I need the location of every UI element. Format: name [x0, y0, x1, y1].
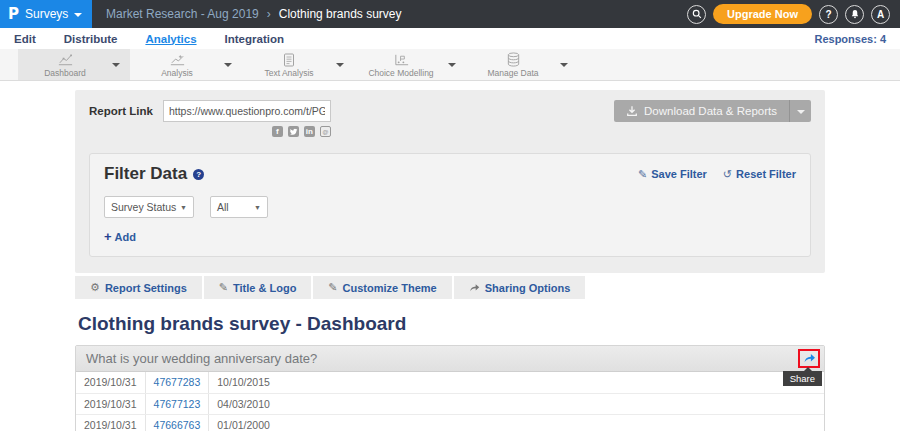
response-id-link[interactable]: 47677283 — [154, 376, 201, 388]
download-options-caret[interactable] — [789, 100, 811, 122]
download-icon — [626, 105, 638, 117]
tab-title-logo[interactable]: ✎ Title & Logo — [204, 276, 312, 299]
social-share-row: f in @ — [163, 126, 331, 137]
save-filter-label: Save Filter — [651, 168, 707, 180]
share-button[interactable] — [798, 349, 820, 368]
chevron-down-icon[interactable] — [560, 63, 568, 67]
facebook-icon[interactable]: f — [272, 126, 283, 137]
analytics-toolbar: Dashboard Analysis Text Analysis Choice … — [0, 49, 900, 81]
help-button[interactable]: ? — [819, 5, 838, 24]
tab-label: Customize Theme — [343, 282, 437, 294]
tab-label: Sharing Options — [485, 282, 571, 294]
reset-arrow-icon: ↺ — [723, 168, 732, 181]
question-panel: What is your wedding anniversary date? S… — [75, 345, 825, 431]
share-arrow-icon — [803, 353, 816, 364]
response-date-cell: 2019/10/31 — [76, 372, 145, 393]
settings-tabs: ⚙ Report Settings ✎ Title & Logo ✎ Custo… — [75, 276, 825, 299]
embed-icon[interactable]: @ — [320, 126, 331, 137]
chevron-down-icon[interactable] — [224, 63, 232, 67]
breadcrumb-parent[interactable]: Market Research - Aug 2019 — [106, 7, 259, 21]
linkedin-icon[interactable]: in — [304, 126, 315, 137]
save-filter-link[interactable]: ✎ Save Filter — [638, 168, 707, 181]
response-id-link[interactable]: 47666763 — [154, 419, 201, 431]
response-date-cell: 2019/10/31 — [76, 414, 145, 431]
download-data-reports-button[interactable]: Download Data & Reports — [614, 100, 789, 122]
toolbar-item-analysis[interactable]: Analysis — [130, 49, 242, 80]
share-tooltip: Share — [783, 371, 822, 386]
nav-item-distribute[interactable]: Distribute — [64, 33, 118, 45]
topbar-actions: Upgrade Now ? A — [687, 4, 900, 24]
nav-item-integration[interactable]: Integration — [225, 33, 284, 45]
questionpro-logo: P — [8, 5, 19, 23]
filter-value-select[interactable]: All ▼ — [210, 196, 268, 218]
toolbar-item-label: Text Analysis — [264, 68, 313, 78]
reset-filter-label: Reset Filter — [736, 168, 796, 180]
report-link-input[interactable] — [163, 100, 331, 122]
report-link-label: Report Link — [89, 105, 153, 117]
upgrade-now-button[interactable]: Upgrade Now — [713, 4, 812, 24]
chevron-down-icon — [797, 110, 805, 114]
chevron-down-icon[interactable] — [448, 63, 456, 67]
surveys-menu[interactable]: P Surveys — [0, 0, 92, 28]
filter-help-icon[interactable]: ? — [193, 169, 204, 180]
search-icon — [692, 9, 702, 19]
toolbar-item-label: Dashboard — [44, 68, 86, 78]
tab-customize-theme[interactable]: ✎ Customize Theme — [313, 276, 451, 299]
toolbar-item-label: Choice Modelling — [368, 68, 433, 78]
bell-icon — [850, 9, 860, 19]
chevron-down-icon[interactable] — [336, 63, 344, 67]
add-filter-label: Add — [115, 231, 136, 243]
main-content: Report Link f in @ Download Data & Repor… — [0, 81, 900, 431]
pencil-icon: ✎ — [638, 168, 647, 181]
survey-status-select[interactable]: Survey Status ▼ — [104, 196, 194, 218]
surveys-menu-label: Surveys — [25, 7, 68, 21]
toolbar-item-choice-modelling[interactable]: Choice Modelling — [354, 49, 466, 80]
response-answer-cell: 04/03/2010 — [209, 393, 824, 414]
report-panel: Report Link f in @ Download Data & Repor… — [75, 90, 825, 273]
tab-label: Report Settings — [105, 282, 187, 294]
table-row[interactable]: 2019/10/31 47666763 01/01/2000 — [76, 414, 824, 431]
tab-label: Title & Logo — [233, 282, 296, 294]
text-document-icon — [283, 52, 295, 67]
toolbar-item-label: Analysis — [161, 68, 193, 78]
twitter-icon[interactable] — [288, 126, 299, 137]
response-answer-cell: 01/01/2000 — [209, 414, 824, 431]
survey-status-value: Survey Status — [111, 201, 176, 213]
breadcrumb-current: Clothing brands survey — [279, 7, 402, 21]
chevron-down-icon: ▼ — [254, 204, 261, 211]
chevron-down-icon: ▼ — [180, 204, 187, 211]
response-answer-cell: 10/10/2015 — [209, 372, 824, 393]
toolbar-item-text-analysis[interactable]: Text Analysis — [242, 49, 354, 80]
add-filter-link[interactable]: + Add — [104, 229, 136, 244]
responses-count[interactable]: Responses: 4 — [814, 33, 886, 45]
toolbar-item-manage-data[interactable]: Manage Data — [466, 49, 578, 80]
pencil-icon: ✎ — [219, 281, 228, 294]
section-nav: Edit Distribute Analytics Integration Re… — [0, 28, 900, 49]
response-id-link[interactable]: 47677123 — [154, 398, 201, 410]
tab-report-settings[interactable]: ⚙ Report Settings — [75, 276, 202, 299]
notifications-button[interactable] — [845, 5, 864, 24]
toolbar-item-dashboard[interactable]: Dashboard — [18, 49, 130, 80]
toolbar-item-label: Manage Data — [487, 68, 538, 78]
share-arrow-icon — [469, 283, 480, 293]
pencil-icon: ✎ — [328, 281, 337, 294]
table-row[interactable]: 2019/10/31 47677283 10/10/2015 — [76, 372, 824, 393]
database-icon — [506, 52, 521, 67]
chevron-down-icon[interactable] — [112, 63, 120, 67]
avatar[interactable]: A — [871, 5, 890, 24]
question-title: What is your wedding anniversary date? — [86, 351, 317, 366]
nav-item-analytics[interactable]: Analytics — [145, 33, 196, 45]
filter-data-box: Filter Data ? ✎ Save Filter ↺ Reset Filt… — [89, 153, 811, 257]
reset-filter-link[interactable]: ↺ Reset Filter — [723, 168, 796, 181]
plus-icon: + — [104, 229, 112, 244]
tab-sharing-options[interactable]: Sharing Options — [454, 276, 586, 299]
chevron-down-icon — [74, 13, 82, 17]
choice-chart-icon — [393, 52, 410, 67]
page-title: Clothing brands survey - Dashboard — [78, 313, 822, 335]
top-bar: P Surveys Market Research - Aug 2019 › C… — [0, 0, 900, 28]
table-row[interactable]: 2019/10/31 47677123 04/03/2010 — [76, 393, 824, 414]
search-button[interactable] — [687, 5, 706, 24]
response-date-cell: 2019/10/31 — [76, 393, 145, 414]
nav-item-edit[interactable]: Edit — [14, 33, 36, 45]
download-button-group: Download Data & Reports — [614, 100, 811, 122]
